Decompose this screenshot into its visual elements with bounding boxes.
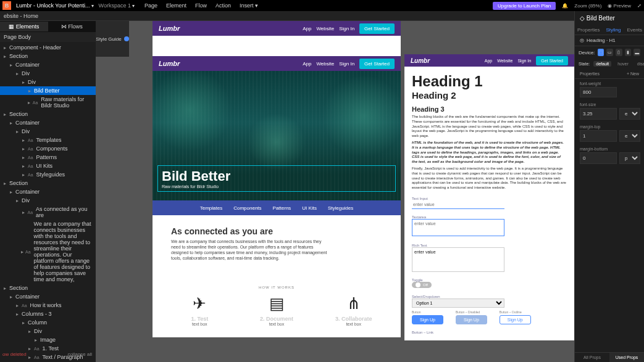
input-margin-bottom[interactable] (580, 152, 617, 164)
tree-node[interactable]: ▸AaRaw materials for Bildr Studio (0, 95, 96, 110)
tree-node[interactable]: ▸Container (0, 118, 96, 127)
tree-node[interactable]: ▸Section (0, 179, 96, 187)
menu-action[interactable]: Action (215, 2, 231, 9)
tree-node[interactable]: ▸AaStyleguides (0, 170, 96, 179)
tab-flows[interactable]: ⋈ Flows (48, 22, 96, 31)
preview-button[interactable]: ◉ Preview (608, 3, 631, 9)
tab-properties[interactable]: Properties (577, 25, 600, 35)
sample-textarea[interactable] (412, 219, 504, 236)
get-started-button[interactable]: Get Started (359, 59, 395, 69)
input-font-size[interactable] (580, 108, 617, 120)
workspace-selector[interactable]: Workspace 1 (99, 2, 131, 9)
tree-node[interactable]: ▸Div (0, 327, 96, 335)
state-hover[interactable]: hover (615, 61, 631, 67)
device-mobile-icon[interactable]: ▮ (625, 49, 632, 56)
state-default[interactable]: default (593, 61, 611, 67)
page-body-label[interactable]: Page Body (0, 32, 96, 42)
tree-node[interactable]: ▸AaUI Kits (0, 162, 96, 170)
tree-node[interactable]: ▸Component - Header (0, 43, 96, 52)
upgrade-button[interactable]: Upgrade to Launch Plan (493, 2, 556, 10)
styleguide-thumb[interactable]: Style Guide (96, 21, 129, 57)
tree-node[interactable]: ▸Columns - 3 (0, 310, 96, 318)
tree-node[interactable]: ▸Div (0, 78, 96, 86)
collapse-all-button[interactable]: collapse all (67, 352, 92, 357)
expand-icon[interactable]: ⤢ (637, 3, 642, 9)
chevron-down-icon[interactable]: ▾ (132, 3, 135, 9)
menu-insert[interactable]: Insert ▾ (240, 2, 258, 9)
nav-components[interactable]: Components (233, 205, 261, 211)
brand-logo[interactable]: Lumbr (411, 57, 430, 64)
tab-styling[interactable]: Styling (606, 25, 621, 35)
chevron-down-icon[interactable]: ▾ (91, 3, 94, 9)
input-margin-top[interactable] (580, 130, 617, 142)
sample-button-solid[interactable]: Sign Up (412, 315, 443, 324)
tree-node[interactable]: ▸Section (0, 110, 96, 118)
project-title[interactable]: Lumbr - Unlock Your Potenti... (16, 2, 90, 9)
tree-node[interactable]: ▸AaTemplates (0, 136, 96, 144)
get-started-button[interactable]: Get Started (359, 23, 395, 34)
tree-node[interactable]: ▸Section (0, 52, 96, 60)
tab-events[interactable]: Events (627, 25, 642, 35)
device-tablet-icon[interactable]: ▯ (616, 49, 622, 56)
tree-node[interactable]: ▸Container (0, 187, 96, 196)
new-prop-button[interactable]: + New (627, 72, 639, 76)
nav-app[interactable]: App (303, 61, 311, 67)
element-type-row[interactable]: ◎ Heading · H1 (575, 35, 644, 46)
brand-logo[interactable]: Lumbr (159, 25, 180, 32)
tree-node[interactable]: ▸AaWe are a company that connects busine… (0, 220, 96, 284)
nav-templates[interactable]: Templates (200, 205, 222, 211)
sample-text-input[interactable] (412, 200, 504, 209)
nav-uikits[interactable]: UI Kits (302, 205, 317, 211)
preview-frame-styleguide[interactable]: Lumbr App Website Sign In Get Started He… (404, 54, 574, 340)
tree-node[interactable]: ▸AaPatterns (0, 153, 96, 162)
tab-all-props[interactable]: All Props (575, 353, 609, 362)
tree-node[interactable]: ▸Div (0, 127, 96, 136)
app-logo[interactable]: B (2, 1, 11, 10)
tree-node[interactable]: ▸Image (0, 335, 96, 344)
tree-node[interactable]: ▸Div (0, 69, 96, 78)
tree-node[interactable]: ▸Container (0, 60, 96, 69)
tree-node[interactable]: ▸AaComponents (0, 144, 96, 153)
menu-page[interactable]: Page (144, 2, 157, 9)
hero-title-selected[interactable]: Bild Better Raw materials for Bildr Stud… (157, 165, 396, 192)
tree-node[interactable]: ▸AaAs connected as you are (0, 205, 96, 220)
tree-node[interactable]: ▸Column (0, 318, 96, 327)
nav-app[interactable]: App (303, 26, 311, 31)
sample-toggle[interactable]: Off (412, 282, 432, 288)
nav-signin[interactable]: Sign In (339, 26, 354, 31)
device-desktop-icon[interactable]: ▭ (606, 49, 613, 56)
get-started-button[interactable]: Get Started (536, 56, 568, 65)
device-all-icon[interactable]: ⬚ (598, 49, 604, 56)
nav-signin[interactable]: Sign In (517, 59, 531, 63)
sample-button-outline[interactable]: Sign Up (500, 315, 531, 324)
preview-frame-main[interactable]: Lumbr App Website Sign In Get Started Lu… (153, 21, 401, 337)
input-font-weight[interactable] (580, 87, 617, 97)
menu-element[interactable]: Element (166, 2, 186, 9)
unit-font-size[interactable]: em (619, 108, 640, 120)
zoom-indicator[interactable]: Zoom (85%) (574, 3, 601, 9)
sample-select[interactable]: Option 1 (412, 298, 504, 308)
tab-used-props[interactable]: Used Props (609, 353, 644, 362)
unit-margin-top[interactable]: em (619, 130, 640, 142)
menu-flow[interactable]: Flow (195, 2, 207, 9)
unit-margin-bottom[interactable]: px (619, 152, 640, 164)
tree-node[interactable]: ▸Container (0, 292, 96, 301)
nav-styleguides[interactable]: Styleguides (328, 205, 353, 211)
nav-website[interactable]: Website (316, 61, 334, 67)
tree-node[interactable]: ▸Div (0, 196, 96, 205)
hero-section[interactable]: Bild Better Raw materials for Bildr Stud… (153, 71, 401, 200)
tree-node[interactable]: ▸Bild Better (0, 86, 96, 95)
state-disabled[interactable]: disabled (635, 61, 644, 67)
bell-icon[interactable]: 🔔 (562, 3, 568, 9)
tree-node[interactable]: ▸AaHow it works (0, 301, 96, 310)
sample-richtext[interactable]: enter value (412, 247, 504, 272)
nav-website[interactable]: Website (316, 26, 334, 31)
device-wide-icon[interactable]: ▬ (634, 49, 640, 56)
hero-heading[interactable]: Bild Better (162, 168, 391, 184)
breadcrumb[interactable]: ebsite - Home (4, 13, 38, 19)
tab-elements[interactable]: ▦ Elements (0, 22, 48, 31)
nav-website[interactable]: Website (497, 59, 512, 63)
nav-signin[interactable]: Sign In (339, 61, 354, 67)
canvas-area[interactable]: Style Guide ↳Website - Home Lumbr App We… (96, 21, 574, 362)
nav-patterns[interactable]: Patterns (273, 205, 291, 211)
